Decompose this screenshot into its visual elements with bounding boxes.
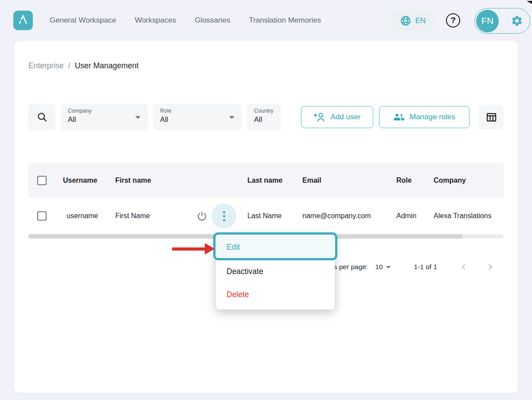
chevron-right-icon: [485, 262, 495, 272]
content-card: Enterprise / User Management Company All: [14, 41, 518, 393]
chevron-down-icon: [229, 116, 235, 119]
app-logo[interactable]: [13, 11, 33, 30]
rows-per-page-value: 10: [375, 263, 383, 271]
role-filter-select[interactable]: Role All: [153, 104, 242, 130]
chevron-left-icon: [459, 262, 469, 272]
role-filter-value: All: [160, 115, 235, 124]
search-button[interactable]: [28, 104, 55, 130]
nav-item-general-workspace[interactable]: General Workspace: [50, 16, 116, 25]
profile-menu[interactable]: FN: [474, 8, 530, 34]
next-page-button[interactable]: [485, 262, 496, 272]
page: General Workspace Workspaces Glossaries …: [0, 0, 532, 400]
manage-roles-button[interactable]: Manage roles: [379, 106, 469, 128]
filter-bar: Company All Role All Country All: [28, 104, 504, 130]
kebab-icon: [223, 211, 225, 213]
add-user-button[interactable]: Add user: [301, 106, 373, 128]
help-button[interactable]: ?: [446, 13, 460, 27]
avatar[interactable]: FN: [476, 10, 499, 32]
manage-roles-label: Manage roles: [410, 113, 455, 122]
deactivate-power-button[interactable]: [195, 209, 208, 223]
breadcrumb-separator: /: [68, 61, 70, 71]
cell-role: Admin: [396, 212, 416, 220]
language-label: EN: [415, 16, 426, 25]
menu-item-delete[interactable]: Delete: [216, 283, 335, 306]
chevron-down-icon: [386, 266, 391, 268]
globe-icon: [400, 15, 411, 27]
breadcrumb: Enterprise / User Management: [28, 61, 139, 71]
country-filter-select[interactable]: Country All: [247, 104, 281, 130]
cell-email: name@company.com: [302, 212, 371, 220]
role-filter-label: Role: [160, 108, 235, 114]
cell-username: username: [66, 212, 98, 220]
avatar-initials: FN: [481, 16, 494, 26]
column-header-company[interactable]: Company: [434, 176, 466, 184]
table-row: username First Name Last Name name@compa…: [28, 198, 504, 234]
power-icon: [196, 211, 207, 222]
cell-last-name: Last Name: [247, 212, 282, 220]
row-actions-context-menu: Edit Deactivate Delete: [216, 234, 335, 310]
people-icon: [393, 111, 405, 123]
page-title: User Management: [75, 61, 139, 71]
search-icon: [36, 111, 48, 123]
rows-per-page-select[interactable]: 10: [375, 263, 391, 271]
row-actions-kebab-button[interactable]: [211, 204, 236, 228]
table-header-row: Username First name Last name Email Role…: [28, 163, 504, 198]
cell-first-name: First Name: [115, 212, 150, 220]
cell-company: Alexa Translations: [434, 212, 492, 220]
language-selector[interactable]: EN: [392, 10, 434, 32]
country-filter-value: All: [254, 115, 274, 124]
lambda-logo-icon: [16, 12, 31, 29]
add-user-label: Add user: [330, 113, 360, 122]
nav-item-glossaries[interactable]: Glossaries: [195, 16, 230, 25]
company-filter-select[interactable]: Company All: [61, 104, 148, 130]
question-mark-icon: ?: [450, 16, 456, 25]
menu-item-deactivate[interactable]: Deactivate: [216, 260, 335, 283]
select-all-checkbox[interactable]: [37, 176, 47, 185]
nav-item-translation-memories[interactable]: Translation Memories: [249, 16, 321, 25]
column-header-email[interactable]: Email: [302, 176, 321, 184]
breadcrumb-enterprise[interactable]: Enterprise: [28, 61, 64, 71]
chevron-down-icon: [135, 116, 141, 119]
pagination-range: 1-1 of 1: [414, 263, 437, 271]
country-filter-label: Country: [254, 108, 274, 114]
cursor-artifact: [526, 0, 532, 8]
column-header-last-name[interactable]: Last name: [247, 176, 282, 184]
row-checkbox[interactable]: [37, 212, 47, 221]
column-header-role[interactable]: Role: [396, 176, 412, 184]
settings-gear-icon[interactable]: [511, 15, 523, 27]
main-nav: General Workspace Workspaces Glossaries …: [50, 0, 321, 41]
menu-item-edit[interactable]: Edit: [216, 234, 335, 260]
previous-page-button[interactable]: [458, 262, 469, 272]
nav-item-workspaces[interactable]: Workspaces: [135, 16, 176, 25]
top-nav: General Workspace Workspaces Glossaries …: [0, 0, 532, 41]
column-settings-button[interactable]: [479, 105, 504, 129]
column-header-first-name[interactable]: First name: [115, 176, 151, 184]
company-filter-value: All: [68, 115, 141, 124]
company-filter-label: Company: [68, 108, 141, 114]
columns-icon: [485, 111, 497, 123]
person-add-icon: [313, 111, 325, 123]
column-header-username[interactable]: Username: [63, 176, 97, 184]
